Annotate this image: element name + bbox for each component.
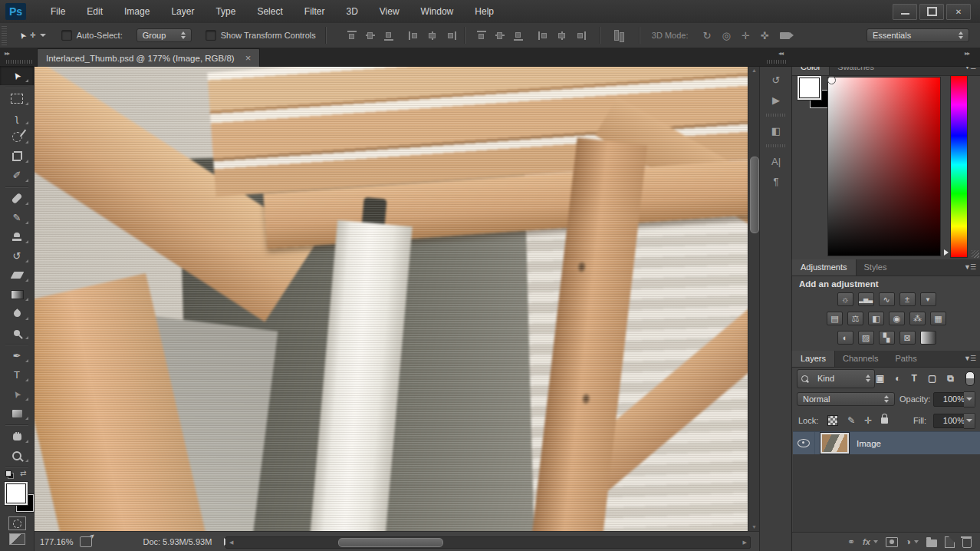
hue-slider-icon[interactable] (944, 249, 949, 256)
gradient-tool[interactable] (0, 285, 34, 304)
brush-tool[interactable]: ✎ (0, 208, 34, 227)
distribute-top-edges-icon[interactable] (476, 31, 487, 41)
fill-dropdown-icon[interactable] (964, 413, 975, 429)
eraser-tool[interactable] (0, 266, 34, 285)
swap-colors-icon[interactable]: ⇄ (20, 469, 26, 477)
layer-mask-icon[interactable] (886, 537, 898, 547)
align-left-edges-icon[interactable] (409, 31, 419, 41)
align-vertical-centers-icon[interactable] (365, 31, 376, 41)
panel-menu-icon[interactable]: ▼☰ (959, 259, 980, 276)
invert-icon[interactable]: ◐ (837, 331, 853, 345)
move-tool[interactable] (0, 66, 34, 85)
black-white-icon[interactable]: ◧ (868, 312, 884, 325)
saturation-brightness-picker[interactable] (827, 77, 941, 256)
minimize-button[interactable] (893, 4, 917, 20)
layer-group-icon[interactable] (926, 539, 937, 547)
tab-close-icon[interactable]: × (245, 53, 252, 63)
hand-tool[interactable] (0, 427, 34, 446)
scroll-up-icon[interactable]: ▲ (751, 68, 757, 73)
lock-position-icon[interactable]: ✛ (864, 415, 872, 426)
menu-layer[interactable]: Layer (160, 0, 205, 23)
foreground-color-swatch[interactable] (6, 483, 26, 503)
color-balance-icon[interactable]: ⚖ (847, 312, 863, 325)
actions-panel-icon[interactable]: ▶ (760, 90, 792, 110)
show-transform-controls-checkbox[interactable] (206, 30, 216, 41)
filter-type-layers-icon[interactable]: T (912, 373, 917, 384)
3d-slide-icon[interactable]: ✜ (761, 30, 769, 41)
align-horizontal-centers-icon[interactable] (427, 31, 438, 41)
quick-mask-button[interactable] (8, 516, 26, 530)
menu-image[interactable]: Image (113, 0, 160, 23)
posterize-icon[interactable]: ▨ (858, 331, 874, 345)
vertical-scrollbar[interactable]: ▲ ▼ (748, 66, 760, 531)
menu-edit[interactable]: Edit (76, 0, 113, 23)
align-right-edges-icon[interactable] (446, 31, 456, 41)
3d-drag-icon[interactable]: ✛ (742, 30, 750, 41)
distribute-vertical-centers-icon[interactable] (495, 31, 505, 41)
history-brush-tool[interactable]: ↺ (0, 246, 34, 266)
path-selection-tool[interactable] (0, 384, 34, 404)
workspace-switcher[interactable]: Essentials (867, 28, 969, 42)
tab-layers[interactable]: Layers (792, 351, 834, 367)
tab-styles[interactable]: Styles (856, 259, 896, 276)
horizontal-type-tool[interactable]: T (0, 365, 34, 384)
menu-window[interactable]: Window (410, 0, 465, 23)
selective-color-icon[interactable]: ⊠ (899, 331, 916, 345)
3d-camera-icon[interactable] (780, 32, 790, 39)
screen-mode-button[interactable] (9, 533, 25, 545)
align-bottom-edges-icon[interactable] (383, 31, 394, 41)
dock-collapse-right-icon[interactable]: ▸▸ (965, 50, 969, 57)
distribute-horizontal-centers-icon[interactable] (557, 31, 567, 41)
curves-icon[interactable]: ∿ (879, 292, 895, 306)
layer-row[interactable]: Image (793, 431, 980, 455)
foreground-color-swatch[interactable] (799, 78, 820, 98)
filter-pixel-layers-icon[interactable]: ▣ (876, 373, 884, 384)
scroll-right-icon[interactable]: ▶ (743, 539, 747, 546)
panel-menu-icon[interactable]: ▼☰ (959, 351, 980, 367)
opacity-dropdown-icon[interactable] (964, 391, 975, 407)
auto-select-checkbox[interactable] (61, 30, 72, 41)
pen-tool[interactable]: ✒ (0, 346, 34, 365)
channel-mixer-icon[interactable]: ⁂ (909, 312, 926, 325)
zoom-tool[interactable] (0, 446, 34, 465)
threshold-icon[interactable]: ▚ (879, 331, 895, 345)
dodge-tool[interactable] (0, 323, 34, 342)
horizontal-scrollbar-thumb[interactable] (338, 538, 443, 547)
distribute-left-edges-icon[interactable] (538, 31, 549, 41)
color-picker-ring[interactable] (827, 76, 836, 84)
menu-help[interactable]: Help (464, 0, 505, 23)
3d-rotate-icon[interactable]: ↻ (703, 30, 712, 41)
layer-filtering-toggle[interactable] (965, 371, 975, 386)
lock-image-pixels-icon[interactable]: ✎ (847, 415, 855, 426)
dock-collapse-left-icon[interactable]: ◂◂ (778, 50, 783, 57)
zoom-level[interactable]: 177.16% (40, 537, 73, 546)
auto-select-target-dropdown[interactable]: Group (136, 28, 192, 42)
color-lookup-icon[interactable]: ▦ (930, 312, 946, 325)
panel-resize-grip[interactable] (972, 250, 979, 258)
brightness-contrast-icon[interactable]: ☼ (837, 292, 853, 306)
menu-file[interactable]: File (40, 0, 76, 23)
share-icon[interactable] (80, 536, 92, 547)
tab-channels[interactable]: Channels (834, 351, 886, 367)
layer-style-icon[interactable]: fx (863, 537, 870, 546)
vibrance-icon[interactable]: ▼ (920, 292, 936, 306)
3d-panel-icon[interactable]: ◧ (760, 120, 792, 140)
scroll-down-icon[interactable]: ▼ (751, 524, 757, 530)
layer-name[interactable]: Image (857, 439, 881, 448)
photo-filter-icon[interactable]: ◉ (889, 312, 905, 325)
menu-select[interactable]: Select (246, 0, 293, 23)
align-top-edges-icon[interactable] (347, 31, 357, 41)
menu-view[interactable]: View (369, 0, 410, 23)
filter-kind-dropdown[interactable]: Kind (797, 369, 875, 388)
distribute-right-edges-icon[interactable] (575, 31, 586, 41)
paragraph-panel-icon[interactable]: ¶ (760, 171, 792, 191)
horizontal-scrollbar[interactable]: ◀ ▶ (225, 536, 751, 549)
tab-paths[interactable]: Paths (887, 351, 926, 367)
delete-layer-icon[interactable] (962, 538, 972, 548)
tab-adjustments[interactable]: Adjustments (792, 259, 856, 276)
3d-roll-icon[interactable]: ◎ (722, 30, 730, 41)
levels-icon[interactable]: ▂▅▃ (858, 292, 874, 306)
link-layers-icon[interactable]: ⚭ (847, 536, 855, 547)
character-panel-icon[interactable]: A| (760, 151, 792, 171)
adjustment-layer-icon[interactable]: ◑ (906, 536, 911, 547)
